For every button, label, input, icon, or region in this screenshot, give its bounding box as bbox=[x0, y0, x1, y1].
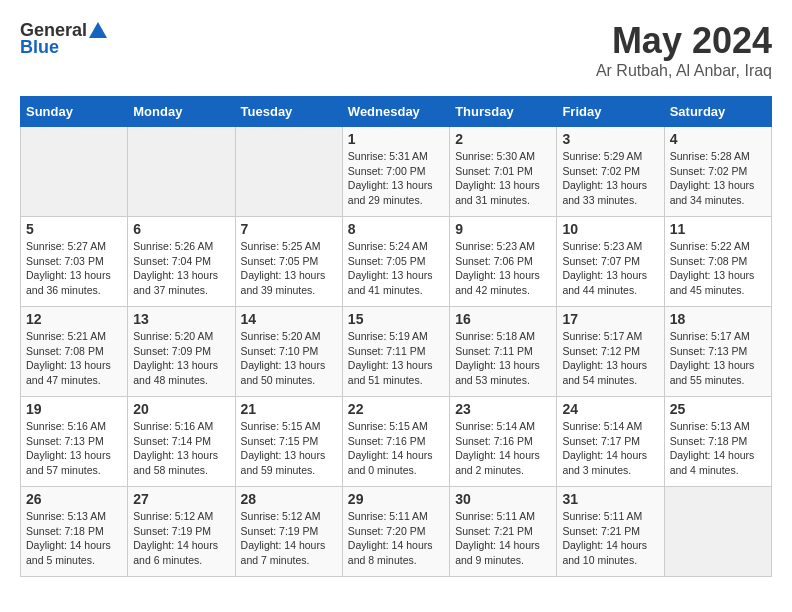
day-info: Sunrise: 5:29 AM Sunset: 7:02 PM Dayligh… bbox=[562, 149, 658, 208]
day-info: Sunrise: 5:25 AM Sunset: 7:05 PM Dayligh… bbox=[241, 239, 337, 298]
day-info: Sunrise: 5:17 AM Sunset: 7:12 PM Dayligh… bbox=[562, 329, 658, 388]
day-info: Sunrise: 5:27 AM Sunset: 7:03 PM Dayligh… bbox=[26, 239, 122, 298]
header-row: SundayMondayTuesdayWednesdayThursdayFrid… bbox=[21, 97, 772, 127]
day-info: Sunrise: 5:24 AM Sunset: 7:05 PM Dayligh… bbox=[348, 239, 444, 298]
calendar-cell: 20Sunrise: 5:16 AM Sunset: 7:14 PM Dayli… bbox=[128, 397, 235, 487]
calendar-cell: 7Sunrise: 5:25 AM Sunset: 7:05 PM Daylig… bbox=[235, 217, 342, 307]
day-info: Sunrise: 5:22 AM Sunset: 7:08 PM Dayligh… bbox=[670, 239, 766, 298]
day-info: Sunrise: 5:20 AM Sunset: 7:09 PM Dayligh… bbox=[133, 329, 229, 388]
day-info: Sunrise: 5:15 AM Sunset: 7:15 PM Dayligh… bbox=[241, 419, 337, 478]
day-info: Sunrise: 5:23 AM Sunset: 7:06 PM Dayligh… bbox=[455, 239, 551, 298]
day-number: 2 bbox=[455, 131, 551, 147]
day-number: 4 bbox=[670, 131, 766, 147]
calendar-week-1: 1Sunrise: 5:31 AM Sunset: 7:00 PM Daylig… bbox=[21, 127, 772, 217]
calendar-table: SundayMondayTuesdayWednesdayThursdayFrid… bbox=[20, 96, 772, 577]
calendar-cell: 8Sunrise: 5:24 AM Sunset: 7:05 PM Daylig… bbox=[342, 217, 449, 307]
calendar-cell: 12Sunrise: 5:21 AM Sunset: 7:08 PM Dayli… bbox=[21, 307, 128, 397]
day-info: Sunrise: 5:13 AM Sunset: 7:18 PM Dayligh… bbox=[670, 419, 766, 478]
day-info: Sunrise: 5:15 AM Sunset: 7:16 PM Dayligh… bbox=[348, 419, 444, 478]
calendar-cell: 22Sunrise: 5:15 AM Sunset: 7:16 PM Dayli… bbox=[342, 397, 449, 487]
calendar-cell: 1Sunrise: 5:31 AM Sunset: 7:00 PM Daylig… bbox=[342, 127, 449, 217]
day-number: 20 bbox=[133, 401, 229, 417]
day-info: Sunrise: 5:12 AM Sunset: 7:19 PM Dayligh… bbox=[133, 509, 229, 568]
calendar-cell: 30Sunrise: 5:11 AM Sunset: 7:21 PM Dayli… bbox=[450, 487, 557, 577]
day-number: 24 bbox=[562, 401, 658, 417]
day-number: 28 bbox=[241, 491, 337, 507]
calendar-cell: 6Sunrise: 5:26 AM Sunset: 7:04 PM Daylig… bbox=[128, 217, 235, 307]
calendar-cell: 9Sunrise: 5:23 AM Sunset: 7:06 PM Daylig… bbox=[450, 217, 557, 307]
day-info: Sunrise: 5:19 AM Sunset: 7:11 PM Dayligh… bbox=[348, 329, 444, 388]
calendar-cell: 18Sunrise: 5:17 AM Sunset: 7:13 PM Dayli… bbox=[664, 307, 771, 397]
calendar-cell: 23Sunrise: 5:14 AM Sunset: 7:16 PM Dayli… bbox=[450, 397, 557, 487]
day-number: 18 bbox=[670, 311, 766, 327]
calendar-cell: 28Sunrise: 5:12 AM Sunset: 7:19 PM Dayli… bbox=[235, 487, 342, 577]
day-number: 16 bbox=[455, 311, 551, 327]
calendar-week-2: 5Sunrise: 5:27 AM Sunset: 7:03 PM Daylig… bbox=[21, 217, 772, 307]
day-number: 12 bbox=[26, 311, 122, 327]
calendar-cell: 25Sunrise: 5:13 AM Sunset: 7:18 PM Dayli… bbox=[664, 397, 771, 487]
day-header-saturday: Saturday bbox=[664, 97, 771, 127]
calendar-cell: 31Sunrise: 5:11 AM Sunset: 7:21 PM Dayli… bbox=[557, 487, 664, 577]
day-info: Sunrise: 5:16 AM Sunset: 7:13 PM Dayligh… bbox=[26, 419, 122, 478]
calendar-body: 1Sunrise: 5:31 AM Sunset: 7:00 PM Daylig… bbox=[21, 127, 772, 577]
calendar-cell: 10Sunrise: 5:23 AM Sunset: 7:07 PM Dayli… bbox=[557, 217, 664, 307]
logo-triangle-icon bbox=[89, 22, 107, 38]
calendar-location: Ar Rutbah, Al Anbar, Iraq bbox=[596, 62, 772, 80]
day-number: 3 bbox=[562, 131, 658, 147]
day-info: Sunrise: 5:16 AM Sunset: 7:14 PM Dayligh… bbox=[133, 419, 229, 478]
calendar-week-4: 19Sunrise: 5:16 AM Sunset: 7:13 PM Dayli… bbox=[21, 397, 772, 487]
calendar-cell: 16Sunrise: 5:18 AM Sunset: 7:11 PM Dayli… bbox=[450, 307, 557, 397]
logo-blue-text: Blue bbox=[20, 37, 59, 58]
day-info: Sunrise: 5:18 AM Sunset: 7:11 PM Dayligh… bbox=[455, 329, 551, 388]
day-info: Sunrise: 5:14 AM Sunset: 7:16 PM Dayligh… bbox=[455, 419, 551, 478]
day-number: 21 bbox=[241, 401, 337, 417]
day-info: Sunrise: 5:20 AM Sunset: 7:10 PM Dayligh… bbox=[241, 329, 337, 388]
day-header-friday: Friday bbox=[557, 97, 664, 127]
calendar-cell: 19Sunrise: 5:16 AM Sunset: 7:13 PM Dayli… bbox=[21, 397, 128, 487]
day-info: Sunrise: 5:11 AM Sunset: 7:21 PM Dayligh… bbox=[455, 509, 551, 568]
calendar-cell bbox=[235, 127, 342, 217]
day-number: 25 bbox=[670, 401, 766, 417]
calendar-cell: 5Sunrise: 5:27 AM Sunset: 7:03 PM Daylig… bbox=[21, 217, 128, 307]
day-info: Sunrise: 5:23 AM Sunset: 7:07 PM Dayligh… bbox=[562, 239, 658, 298]
day-number: 26 bbox=[26, 491, 122, 507]
calendar-week-5: 26Sunrise: 5:13 AM Sunset: 7:18 PM Dayli… bbox=[21, 487, 772, 577]
calendar-cell: 17Sunrise: 5:17 AM Sunset: 7:12 PM Dayli… bbox=[557, 307, 664, 397]
day-info: Sunrise: 5:14 AM Sunset: 7:17 PM Dayligh… bbox=[562, 419, 658, 478]
calendar-cell: 14Sunrise: 5:20 AM Sunset: 7:10 PM Dayli… bbox=[235, 307, 342, 397]
day-header-wednesday: Wednesday bbox=[342, 97, 449, 127]
day-number: 9 bbox=[455, 221, 551, 237]
day-number: 29 bbox=[348, 491, 444, 507]
calendar-cell bbox=[128, 127, 235, 217]
day-number: 14 bbox=[241, 311, 337, 327]
title-area: May 2024 Ar Rutbah, Al Anbar, Iraq bbox=[596, 20, 772, 80]
svg-marker-0 bbox=[89, 22, 107, 38]
day-number: 11 bbox=[670, 221, 766, 237]
day-number: 23 bbox=[455, 401, 551, 417]
calendar-cell: 3Sunrise: 5:29 AM Sunset: 7:02 PM Daylig… bbox=[557, 127, 664, 217]
day-info: Sunrise: 5:11 AM Sunset: 7:20 PM Dayligh… bbox=[348, 509, 444, 568]
day-number: 17 bbox=[562, 311, 658, 327]
page-header: General Blue May 2024 Ar Rutbah, Al Anba… bbox=[20, 20, 772, 80]
calendar-cell: 29Sunrise: 5:11 AM Sunset: 7:20 PM Dayli… bbox=[342, 487, 449, 577]
day-info: Sunrise: 5:11 AM Sunset: 7:21 PM Dayligh… bbox=[562, 509, 658, 568]
day-header-sunday: Sunday bbox=[21, 97, 128, 127]
calendar-cell bbox=[21, 127, 128, 217]
day-header-tuesday: Tuesday bbox=[235, 97, 342, 127]
calendar-cell: 13Sunrise: 5:20 AM Sunset: 7:09 PM Dayli… bbox=[128, 307, 235, 397]
calendar-cell: 24Sunrise: 5:14 AM Sunset: 7:17 PM Dayli… bbox=[557, 397, 664, 487]
day-info: Sunrise: 5:28 AM Sunset: 7:02 PM Dayligh… bbox=[670, 149, 766, 208]
calendar-week-3: 12Sunrise: 5:21 AM Sunset: 7:08 PM Dayli… bbox=[21, 307, 772, 397]
day-info: Sunrise: 5:26 AM Sunset: 7:04 PM Dayligh… bbox=[133, 239, 229, 298]
calendar-cell: 2Sunrise: 5:30 AM Sunset: 7:01 PM Daylig… bbox=[450, 127, 557, 217]
day-number: 27 bbox=[133, 491, 229, 507]
day-number: 8 bbox=[348, 221, 444, 237]
day-number: 13 bbox=[133, 311, 229, 327]
logo: General Blue bbox=[20, 20, 107, 58]
calendar-cell: 4Sunrise: 5:28 AM Sunset: 7:02 PM Daylig… bbox=[664, 127, 771, 217]
day-number: 31 bbox=[562, 491, 658, 507]
calendar-cell: 11Sunrise: 5:22 AM Sunset: 7:08 PM Dayli… bbox=[664, 217, 771, 307]
calendar-cell: 21Sunrise: 5:15 AM Sunset: 7:15 PM Dayli… bbox=[235, 397, 342, 487]
day-number: 30 bbox=[455, 491, 551, 507]
calendar-cell: 27Sunrise: 5:12 AM Sunset: 7:19 PM Dayli… bbox=[128, 487, 235, 577]
